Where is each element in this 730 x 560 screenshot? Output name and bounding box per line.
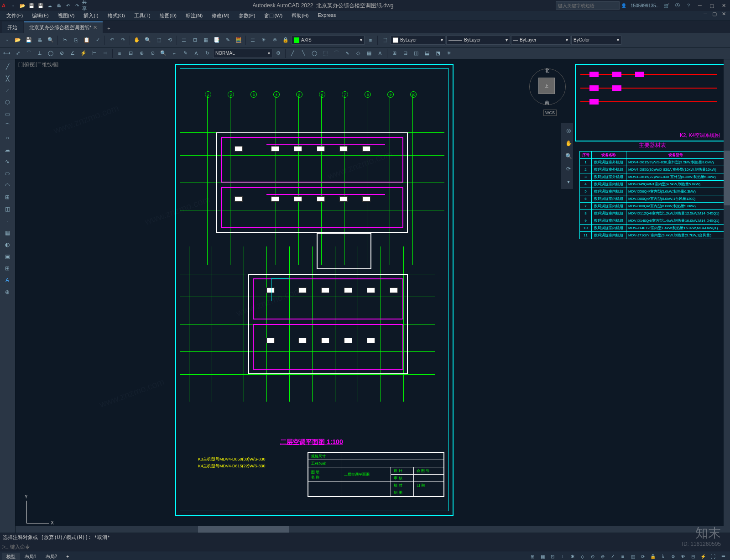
dim-ang-icon[interactable]: ∠ bbox=[68, 48, 78, 58]
sb-lwt-icon[interactable]: ≡ bbox=[618, 552, 628, 560]
sb-trans-icon[interactable]: ▨ bbox=[628, 552, 638, 560]
draw4-icon[interactable]: ⬚ bbox=[320, 48, 330, 58]
match-icon[interactable]: ✓ bbox=[93, 35, 103, 45]
menu-dim[interactable]: 标注(N) bbox=[181, 11, 207, 21]
ellipse-icon[interactable]: ⬭ bbox=[1, 168, 14, 179]
region-icon[interactable]: ▣ bbox=[1, 251, 14, 262]
draw2-icon[interactable]: ╲ bbox=[298, 48, 308, 58]
menu-format[interactable]: 格式(O) bbox=[103, 11, 130, 21]
layer-combo[interactable]: AXIS ▾ bbox=[292, 36, 365, 45]
sb-anno-icon[interactable]: 🔒 bbox=[648, 552, 658, 560]
dim-ord-icon[interactable]: ⊥ bbox=[35, 48, 45, 58]
dim-cont-icon[interactable]: ⊣ bbox=[100, 48, 110, 58]
mtext-icon[interactable]: A bbox=[1, 275, 14, 286]
mod6-icon[interactable]: ☀ bbox=[444, 48, 454, 58]
tab-add-button[interactable]: + bbox=[104, 24, 114, 33]
navwheel-icon[interactable]: ◎ bbox=[562, 125, 575, 136]
layer-freeze-icon[interactable]: ❄ bbox=[270, 35, 280, 45]
command-input[interactable] bbox=[10, 544, 730, 550]
menu-draw[interactable]: 绘图(D) bbox=[155, 11, 181, 21]
help-icon[interactable]: ? bbox=[684, 1, 693, 10]
markup-icon[interactable]: ✎ bbox=[223, 35, 233, 45]
rect-icon[interactable]: ▭ bbox=[1, 109, 14, 120]
hatch-icon[interactable]: ▦ bbox=[1, 227, 14, 238]
new-icon[interactable]: ▫ bbox=[9, 1, 17, 10]
layer-sun-icon[interactable]: ☀ bbox=[259, 35, 269, 45]
drawing-canvas[interactable]: [-][俯视][二维线框] www.znzmo.com www.znzmo.co… bbox=[16, 59, 730, 533]
draw9-icon[interactable]: A bbox=[375, 48, 385, 58]
web-icon[interactable]: ☁ bbox=[46, 1, 54, 10]
revcloud-icon[interactable]: ☁ bbox=[1, 144, 14, 155]
zoom-icon[interactable]: 🔍 bbox=[143, 35, 153, 45]
menu-insert[interactable]: 插入(I) bbox=[79, 11, 103, 21]
sb-clean-icon[interactable]: ⛶ bbox=[708, 552, 718, 560]
line-icon[interactable]: ╱ bbox=[1, 61, 14, 72]
arc-icon[interactable]: ⌒ bbox=[1, 120, 14, 131]
sb-filter-icon[interactable]: ⊟ bbox=[688, 552, 698, 560]
tp-icon[interactable]: ▦ bbox=[201, 35, 211, 45]
dim-quick-icon[interactable]: ⚡ bbox=[78, 48, 89, 58]
save-btn-icon[interactable]: 💾 bbox=[24, 35, 34, 45]
insert-icon[interactable]: ⊞ bbox=[1, 192, 14, 203]
dim-space-icon[interactable]: ≡ bbox=[115, 48, 125, 58]
share-button[interactable]: 共享 bbox=[82, 1, 90, 10]
dimedit-icon[interactable]: ✎ bbox=[180, 48, 190, 58]
sb-ws-icon[interactable]: ⚙ bbox=[668, 552, 678, 560]
undo-icon[interactable]: ↶ bbox=[64, 1, 72, 10]
sb-hw-icon[interactable]: ⚡ bbox=[698, 552, 708, 560]
linetype-combo[interactable]: ———ByLayer▾ bbox=[446, 36, 510, 45]
ssm-icon[interactable]: 📑 bbox=[212, 35, 222, 45]
dimstyle-icon[interactable]: ⚙ bbox=[273, 48, 283, 58]
pan-icon[interactable]: ✋ bbox=[132, 35, 142, 45]
redo-icon[interactable]: ↷ bbox=[73, 1, 81, 10]
props-icon[interactable]: ☰ bbox=[179, 35, 189, 45]
dimtedit-icon[interactable]: A bbox=[191, 48, 201, 58]
sb-3dosnap-icon[interactable]: ⊚ bbox=[598, 552, 608, 560]
sb-model-icon[interactable]: ⊞ bbox=[527, 552, 537, 560]
sb-otrack-icon[interactable]: ∠ bbox=[608, 552, 618, 560]
tab-start[interactable]: 开始 bbox=[2, 21, 23, 33]
nav-cube[interactable]: 上 北 南 bbox=[529, 68, 566, 105]
layer-props-icon[interactable]: ☰ bbox=[248, 35, 258, 45]
close-button[interactable]: ✕ bbox=[719, 3, 728, 9]
menu-help[interactable]: 帮助(H) bbox=[287, 11, 313, 21]
minimize-button[interactable]: ─ bbox=[695, 3, 704, 8]
menu-modify[interactable]: 修改(M) bbox=[207, 11, 234, 21]
navzoom-icon[interactable]: 🔍 bbox=[562, 151, 575, 162]
update-icon[interactable]: ↻ bbox=[202, 48, 212, 58]
dim-linear-icon[interactable]: ⟷ bbox=[2, 48, 12, 58]
undo2-icon[interactable]: ↶ bbox=[107, 35, 117, 45]
ellipsearc-icon[interactable]: ◠ bbox=[1, 180, 14, 191]
maximize-button[interactable]: ▢ bbox=[707, 3, 716, 9]
menu-window[interactable]: 窗口(W) bbox=[260, 11, 287, 21]
sb-osnap-icon[interactable]: ⊙ bbox=[588, 552, 598, 560]
command-line[interactable]: ▷_ bbox=[0, 542, 730, 551]
layer-lock-icon[interactable]: 🔒 bbox=[281, 35, 291, 45]
tab-layout1[interactable]: 布局1 bbox=[20, 553, 41, 560]
polygon-icon[interactable]: ⬡ bbox=[1, 97, 14, 108]
navpan-icon[interactable]: ✋ bbox=[562, 138, 575, 149]
block-icon[interactable]: ⬚ bbox=[380, 35, 390, 45]
wcs-label[interactable]: WCS bbox=[543, 110, 557, 116]
sb-custom-icon[interactable]: ☰ bbox=[718, 552, 728, 560]
draw8-icon[interactable]: ▦ bbox=[364, 48, 374, 58]
mod5-icon[interactable]: ⬔ bbox=[433, 48, 443, 58]
mod2-icon[interactable]: ⊟ bbox=[400, 48, 410, 58]
plotstyle-combo[interactable]: ByColor▾ bbox=[571, 36, 621, 45]
lineweight-combo[interactable]: —ByLayer▾ bbox=[511, 36, 570, 45]
block2-icon[interactable]: ◫ bbox=[1, 204, 14, 215]
qc-icon[interactable]: 🧮 bbox=[234, 35, 244, 45]
print-btn-icon[interactable]: 🖶 bbox=[35, 35, 45, 45]
spline-icon[interactable]: ∿ bbox=[1, 156, 14, 167]
pline-icon[interactable]: ⟋ bbox=[1, 85, 14, 96]
hscrollbar[interactable] bbox=[16, 526, 730, 533]
zoomprev-icon[interactable]: ⟲ bbox=[165, 35, 175, 45]
menu-param[interactable]: 参数(P) bbox=[234, 11, 260, 21]
menu-edit[interactable]: 编辑(E) bbox=[27, 11, 53, 21]
sb-monitor-icon[interactable]: 👁 bbox=[678, 552, 688, 560]
doc-close-button[interactable]: ✕ bbox=[719, 11, 728, 21]
tab-file-active[interactable]: 北京某办公综合楼空调图纸* ✕ bbox=[24, 21, 103, 33]
plot-icon[interactable]: 🖶 bbox=[55, 1, 63, 10]
sb-grid-icon[interactable]: ▦ bbox=[537, 552, 548, 560]
ucs-icon[interactable]: Y X bbox=[25, 496, 52, 523]
